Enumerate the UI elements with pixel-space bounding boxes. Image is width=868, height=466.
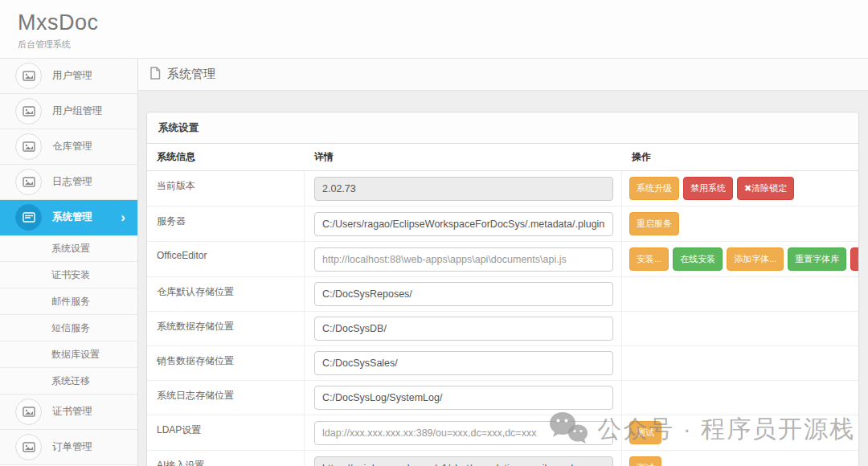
- ai-api-input: [314, 456, 613, 466]
- restart-service-button[interactable]: 重启服务: [629, 212, 679, 235]
- sidebar-subitem-label: 短信服务: [51, 321, 90, 335]
- system-upgrade-button[interactable]: 系统升级: [629, 177, 679, 200]
- sidebar-subitem-system-migration[interactable]: 系统迁移: [0, 368, 137, 394]
- sidebar-subitem-mail-service[interactable]: 邮件服务: [0, 288, 137, 315]
- top-brand-bar: MxsDoc 后台管理系统: [0, 0, 868, 59]
- app-window: MxsDoc 后台管理系统 用户管理 用户组管理 仓库管理: [0, 0, 868, 466]
- page-title: 系统管理: [167, 67, 215, 82]
- table-row: 系统日志存储位置: [147, 381, 858, 415]
- sidebar-subitem-label: 证书安装: [51, 268, 90, 282]
- row-label: 仓库默认存储位置: [147, 277, 305, 311]
- table-row: 系统数据存储位置: [147, 312, 858, 346]
- document-icon: [149, 67, 161, 83]
- sidebar-item-user-group-management[interactable]: 用户组管理: [0, 94, 137, 129]
- repo-storage-input[interactable]: [314, 282, 613, 306]
- sidebar-item-warehouse-management[interactable]: 仓库管理: [0, 129, 137, 165]
- row-label: 服务器: [147, 206, 305, 241]
- ldap-test-button[interactable]: 测试: [629, 421, 661, 444]
- image-icon: [15, 204, 42, 231]
- reset-font-library-button[interactable]: 重置字体库: [788, 247, 846, 271]
- ldap-input[interactable]: [314, 421, 613, 445]
- column-header-actions: 操作: [622, 144, 858, 170]
- disable-system-button[interactable]: 禁用系统: [683, 177, 733, 200]
- add-font-button[interactable]: 添加字体...: [727, 247, 784, 271]
- sidebar-item-label: 订单管理: [52, 440, 92, 454]
- image-icon: [15, 133, 42, 160]
- sidebar-item-log-management[interactable]: 日志管理: [0, 165, 137, 200]
- row-label: 系统数据存储位置: [147, 312, 305, 345]
- table-row: 当前版本 系统升级 禁用系统 ✖清除锁定: [147, 171, 858, 206]
- disable-button[interactable]: 禁用: [850, 247, 858, 271]
- column-header-detail: 详情: [305, 144, 622, 170]
- panel-title: 系统设置: [147, 112, 858, 144]
- app-logo: MxsDoc: [18, 10, 868, 35]
- sidebar-subitem-label: 数据库设置: [51, 348, 100, 362]
- sidebar-item-label: 证书管理: [52, 405, 92, 419]
- system-log-storage-input[interactable]: [314, 386, 613, 410]
- table-row: 仓库默认存储位置: [147, 277, 858, 312]
- system-settings-panel: 系统设置 系统信息 详情 操作 当前版本 系统升级 禁用系统 ✖清除锁定: [146, 112, 859, 466]
- sidebar-subitem-label: 系统迁移: [51, 374, 90, 388]
- sidebar-item-label: 仓库管理: [52, 140, 92, 153]
- sidebar-subitem-certificate-install[interactable]: 证书安装: [0, 262, 137, 288]
- sidebar: 用户管理 用户组管理 仓库管理 日志管理: [0, 59, 138, 466]
- sidebar-item-label: 用户组管理: [52, 104, 103, 118]
- sales-data-storage-input[interactable]: [314, 351, 613, 375]
- install-button[interactable]: 安装...: [629, 247, 669, 271]
- table-header: 系统信息 详情 操作: [147, 144, 858, 171]
- column-header-system-info: 系统信息: [147, 144, 305, 170]
- ai-test-button[interactable]: 测试: [629, 456, 661, 466]
- image-icon: [15, 434, 42, 460]
- app-subtitle: 后台管理系统: [18, 39, 868, 51]
- main-content: 系统管理 系统设置 系统信息 详情 操作 当前版本 系统升级 禁用系统 ✖清除锁…: [138, 59, 868, 466]
- row-label: 系统日志存储位置: [147, 381, 305, 415]
- server-path-input[interactable]: [314, 212, 613, 236]
- image-icon: [15, 169, 42, 195]
- row-label: 销售数据存储位置: [147, 346, 305, 380]
- sidebar-item-label: 系统管理: [52, 211, 92, 224]
- row-label: OfficeEditor: [147, 242, 305, 276]
- clear-lock-button[interactable]: ✖清除锁定: [737, 177, 794, 200]
- row-label: 当前版本: [147, 171, 305, 206]
- sidebar-subitem-system-settings[interactable]: 系统设置: [0, 235, 137, 262]
- table-row: 销售数据存储位置: [147, 346, 858, 381]
- page-title-bar: 系统管理: [138, 59, 868, 91]
- table-row: OfficeEditor 安装... 在线安装 添加字体... 重置字体库 禁用: [147, 242, 858, 277]
- sidebar-subitem-label: 邮件服务: [51, 295, 90, 309]
- image-icon: [15, 63, 42, 89]
- image-icon: [15, 98, 42, 125]
- sidebar-item-label: 日志管理: [52, 175, 92, 189]
- row-label: AI接入设置: [147, 451, 305, 466]
- table-row: 服务器 重启服务: [147, 206, 858, 242]
- sidebar-item-user-management[interactable]: 用户管理: [0, 59, 137, 94]
- office-editor-input[interactable]: [314, 247, 613, 272]
- current-version-input: [314, 177, 613, 201]
- system-data-storage-input[interactable]: [314, 317, 613, 341]
- sidebar-item-certificate-management[interactable]: 证书管理: [0, 394, 137, 430]
- image-icon: [15, 399, 42, 425]
- sidebar-subitem-label: 系统设置: [51, 242, 90, 255]
- sidebar-item-order-management[interactable]: 订单管理: [0, 430, 137, 465]
- table-row: AI接入设置 测试: [147, 451, 858, 466]
- online-install-button[interactable]: 在线安装: [673, 247, 723, 271]
- table-row: LDAP设置 测试: [147, 415, 858, 451]
- sidebar-subitem-sms-service[interactable]: 短信服务: [0, 315, 137, 341]
- sidebar-item-system-management[interactable]: 系统管理 ›: [0, 200, 137, 235]
- sidebar-subitem-database-settings[interactable]: 数据库设置: [0, 341, 137, 368]
- chevron-right-icon: ›: [121, 211, 125, 224]
- row-label: LDAP设置: [147, 415, 305, 450]
- sidebar-item-label: 用户管理: [52, 69, 92, 83]
